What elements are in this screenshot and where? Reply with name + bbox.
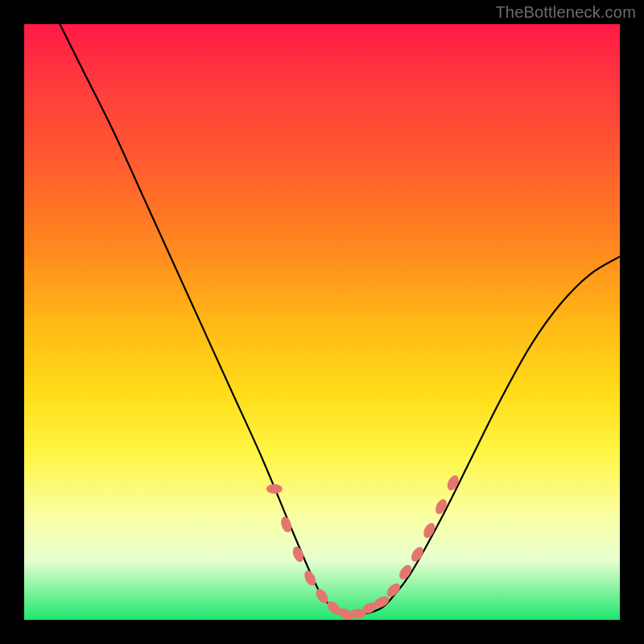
plot-area xyxy=(24,24,620,620)
watermark-text: TheBottleneck.com xyxy=(495,3,636,22)
curve-marker xyxy=(279,515,294,534)
chart-frame: TheBottleneck.com xyxy=(0,0,644,644)
curve-svg xyxy=(24,24,620,620)
bottleneck-curve xyxy=(60,24,620,615)
marker-group xyxy=(266,473,461,620)
curve-marker xyxy=(266,484,283,493)
curve-marker xyxy=(291,545,306,564)
